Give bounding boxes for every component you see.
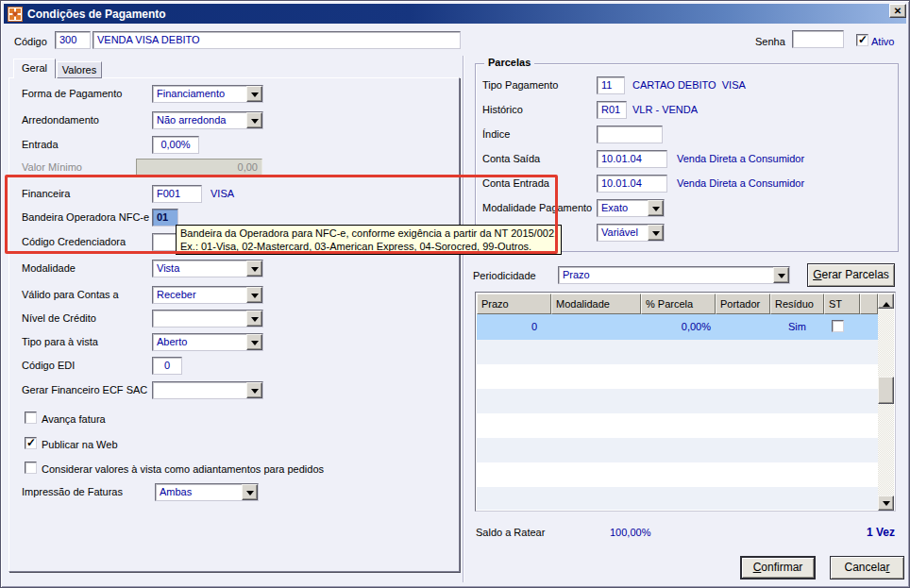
chevron-down-icon[interactable] <box>648 225 664 241</box>
chevron-down-icon[interactable] <box>246 86 262 102</box>
chevron-down-icon[interactable] <box>246 311 262 327</box>
historico-desc: VLR - VENDA <box>632 104 698 115</box>
ativo-checkbox[interactable] <box>856 34 868 46</box>
tipo-pagamento-input[interactable]: 11 <box>597 76 625 94</box>
codigo-label: Código <box>14 36 47 47</box>
chevron-down-icon[interactable] <box>242 484 258 500</box>
tab-geral[interactable]: Geral <box>13 59 56 78</box>
valor-minimo-input: 0,00 <box>136 159 262 176</box>
parcelas-title: Parcelas <box>484 57 534 68</box>
cell-st-checkbox[interactable] <box>832 320 844 332</box>
valido-contas-select[interactable]: Receber <box>152 286 263 304</box>
modalidade-pagamento-select[interactable]: Exato <box>597 199 665 217</box>
col-header-parcela[interactable]: % Parcela <box>641 294 716 314</box>
bandeira-nfce-label: Bandeira Operadora NFC-e <box>22 211 149 223</box>
nivel-credito-label: Nível de Crédito <box>22 312 96 324</box>
saldo-ratear-value: 100,00% <box>610 527 650 538</box>
periodicidade-select[interactable]: Prazo <box>558 266 790 284</box>
codigo-credenciadora-input[interactable] <box>152 233 178 251</box>
financeira-input[interactable]: F001 <box>152 185 202 203</box>
impressao-faturas-label: Impressão de Faturas <box>22 486 123 497</box>
gerar-ecf-sac-label: Gerar Financeiro ECF SAC <box>22 384 147 395</box>
forma-pagamento-label: Forma de Pagamento <box>22 88 122 99</box>
senha-input[interactable] <box>792 30 844 48</box>
close-icon[interactable]: ✕ <box>889 4 906 18</box>
publicar-web-checkbox[interactable] <box>25 437 37 449</box>
confirmar-button[interactable]: Confirmar <box>740 556 816 580</box>
arredondamento-label: Arredondamento <box>22 114 99 126</box>
cancelar-button[interactable]: Cancelar <box>830 556 904 580</box>
conta-saida-input[interactable]: 10.01.04 <box>597 150 667 168</box>
codigo-edi-label: Código EDI <box>22 360 75 371</box>
tipo-pagamento-desc: CARTAO DEBITO VISA <box>632 79 746 91</box>
saldo-ratear-label: Saldo a Ratear <box>476 527 545 538</box>
scroll-thumb[interactable] <box>878 377 894 404</box>
codigo-credenciadora-label: Código Credenciadora <box>22 236 126 247</box>
bandeira-nfce-input[interactable]: 01 <box>152 209 178 227</box>
app-icon <box>8 7 23 22</box>
cell-parcela: 0,00% <box>645 321 711 332</box>
tipo-pagamento-label: Tipo Pagamento <box>482 79 558 91</box>
table-body <box>477 340 878 510</box>
conta-entrada-input[interactable]: 10.01.04 <box>597 175 667 193</box>
payment-conditions-dialog: Condições de Pagamento ✕ Código 300 VEND… <box>0 0 910 588</box>
forma-pagamento-select[interactable]: Financiamento <box>152 85 263 103</box>
historico-label: Histórico <box>482 104 523 115</box>
historico-input[interactable]: R01 <box>597 101 627 119</box>
financeira-desc: VISA <box>211 188 234 199</box>
col-header-prazo[interactable]: Prazo <box>477 294 551 314</box>
col-header-st[interactable]: ST <box>824 294 860 314</box>
tooltip-line-2: Ex.: 01-Visa, 02-Mastercard, 03-American… <box>180 240 557 253</box>
cell-prazo: 0 <box>477 321 537 332</box>
tab-valores[interactable]: Valores <box>57 61 102 78</box>
descricao-input[interactable]: VENDA VISA DEBITO <box>93 31 461 49</box>
nfce-tooltip: Bandeira da Operadora para NFC-e, confor… <box>176 225 562 255</box>
col-header-blank <box>860 294 878 314</box>
indice-input[interactable] <box>597 126 663 143</box>
scroll-down-icon[interactable] <box>878 496 894 511</box>
avanca-fatura-label: Avança fatura <box>42 413 106 425</box>
tipo-vista-select[interactable]: Aberto <box>152 333 263 351</box>
indice-label: Índice <box>482 128 510 140</box>
gerar-parcelas-button[interactable]: Gerar Parcelas <box>807 263 895 287</box>
panel-divider <box>463 56 464 582</box>
considerar-adiantamentos-checkbox[interactable] <box>25 462 37 474</box>
tipo-vista-label: Tipo para à vista <box>22 336 98 347</box>
chevron-down-icon[interactable] <box>246 260 262 277</box>
chevron-down-icon[interactable] <box>648 200 664 216</box>
codigo-input[interactable]: 300 <box>55 31 91 49</box>
chevron-down-icon[interactable] <box>773 267 789 283</box>
tooltip-line-1: Bandeira da Operadora para NFC-e, confor… <box>180 227 557 240</box>
col-header-portador[interactable]: Portador <box>716 294 770 314</box>
nivel-credito-select[interactable] <box>152 310 263 328</box>
entrada-input[interactable]: 0,00% <box>152 136 199 154</box>
conta-entrada-label: Conta Entrada <box>482 177 549 189</box>
vezes-value: 1 Vez <box>800 526 895 539</box>
arredondamento-select[interactable]: Não arredonda <box>152 111 263 129</box>
conta-saida-label: Conta Saída <box>482 153 540 164</box>
valor-minimo-label: Valor Mínimo <box>22 161 82 173</box>
modalidade-pagamento-label: Modalidade Pagamento <box>482 202 592 213</box>
modalidade-label: Modalidade <box>22 262 76 274</box>
col-header-residuo[interactable]: Resíduo <box>770 294 824 314</box>
variavel-select[interactable]: Variável <box>597 224 665 242</box>
publicar-web-label: Publicar na Web <box>42 439 118 450</box>
modalidade-select[interactable]: Vista <box>152 260 263 277</box>
chevron-down-icon[interactable] <box>246 112 262 128</box>
scroll-up-icon[interactable] <box>878 294 894 309</box>
considerar-adiantamentos-label: Considerar valores à vista como adiantam… <box>42 463 324 475</box>
chevron-down-icon[interactable] <box>246 287 262 303</box>
financeira-label: Financeira <box>22 188 70 199</box>
table-row[interactable]: 0 0,00% Sim <box>477 314 878 340</box>
conta-saida-desc: Venda Direta a Consumidor <box>677 153 804 164</box>
col-header-modalidade[interactable]: Modalidade <box>551 294 641 314</box>
chevron-down-icon[interactable] <box>246 382 262 398</box>
gerar-ecf-sac-select[interactable] <box>152 381 263 399</box>
senha-label: Senha <box>755 36 785 47</box>
valido-contas-label: Válido para Contas a <box>22 289 119 300</box>
avanca-fatura-checkbox[interactable] <box>25 412 37 424</box>
chevron-down-icon[interactable] <box>246 334 262 350</box>
impressao-faturas-select[interactable]: Ambas <box>155 483 259 501</box>
title-bar: Condições de Pagamento <box>4 4 906 24</box>
codigo-edi-input[interactable]: 0 <box>152 357 182 375</box>
